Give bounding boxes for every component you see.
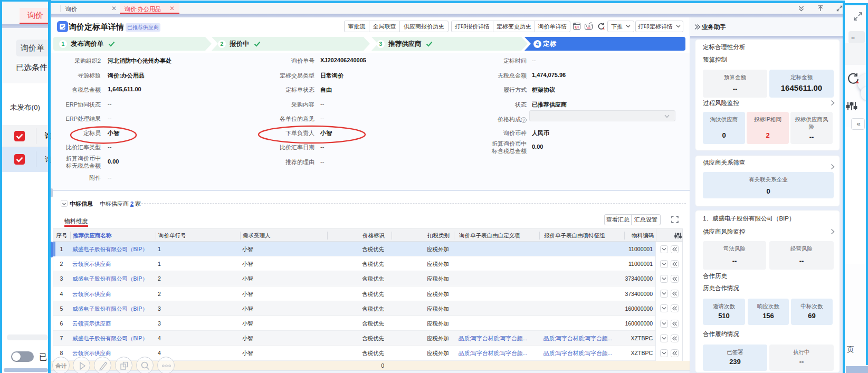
svg-text:UI: UI	[575, 25, 579, 30]
